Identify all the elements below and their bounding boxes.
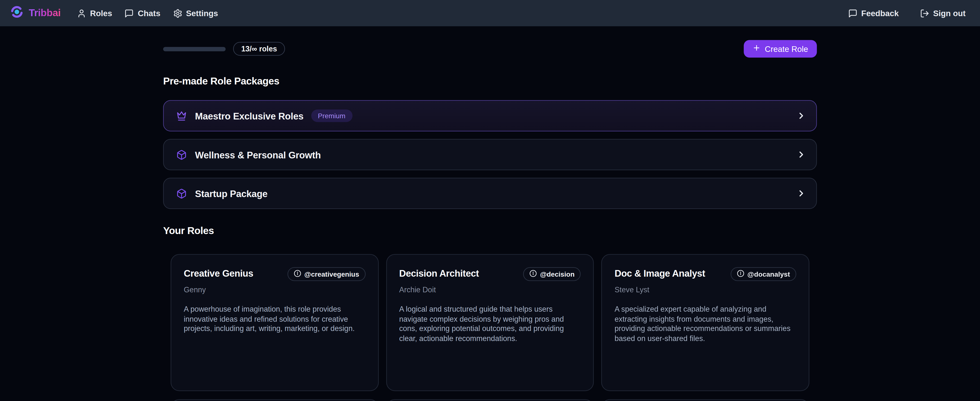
signout-label: Sign out: [933, 8, 966, 18]
package-row-maestro[interactable]: Maestro Exclusive Roles Premium: [163, 100, 817, 131]
chevron-right-icon: [796, 111, 806, 121]
package-icon: [176, 188, 187, 198]
roles-usage-header: 13/∞ roles Create Role: [163, 40, 817, 58]
role-subtitle: Genny: [184, 286, 365, 294]
main-content: 13/∞ roles Create Role Pre-made Role Pac…: [163, 26, 817, 401]
role-description: A powerhouse of imagination, this role p…: [184, 305, 365, 334]
role-handle: @docanalyst: [748, 270, 790, 278]
roles-usage-progressbar: [163, 46, 226, 51]
role-card[interactable]: [386, 399, 594, 401]
info-icon: [737, 270, 744, 279]
role-card[interactable]: [601, 399, 809, 401]
signout-button[interactable]: Sign out: [920, 8, 966, 18]
role-card-doc-image-analyst[interactable]: Doc & Image Analyst @docanalyst Steve Ly…: [601, 254, 809, 391]
tribbai-logo-icon: [10, 5, 24, 21]
role-title: Doc & Image Analyst: [615, 267, 730, 278]
role-cards-row-1: Creative Genius @creativegenius Genny A …: [171, 254, 809, 391]
crown-icon: [176, 110, 187, 121]
gear-icon: [173, 8, 182, 18]
package-title: Wellness & Personal Growth: [195, 149, 321, 160]
chat-icon: [125, 8, 134, 18]
package-row-wellness[interactable]: Wellness & Personal Growth: [163, 139, 817, 170]
nav-roles[interactable]: Roles: [77, 8, 112, 18]
role-handle-badge[interactable]: @docanalyst: [730, 267, 796, 281]
nav-roles-label: Roles: [90, 8, 112, 18]
package-title: Maestro Exclusive Roles: [195, 110, 304, 121]
app-window: Tribbai Roles Chats: [0, 0, 980, 401]
role-card-decision-architect[interactable]: Decision Architect @decision Archie Doit…: [386, 254, 594, 391]
role-handle: @decision: [540, 270, 574, 278]
role-card[interactable]: [171, 399, 379, 401]
chevron-right-icon: [796, 188, 806, 198]
role-subtitle: Steve Lyst: [615, 286, 796, 294]
card-header: Creative Genius @creativegenius: [184, 267, 365, 281]
plus-icon: [752, 44, 760, 54]
info-icon: [529, 270, 537, 279]
info-icon: [294, 270, 301, 279]
role-card-creative-genius[interactable]: Creative Genius @creativegenius Genny A …: [171, 254, 379, 391]
role-cards-area: Creative Genius @creativegenius Genny A …: [163, 254, 817, 401]
premium-badge: Premium: [311, 109, 352, 122]
topbar-right: Feedback Sign out: [848, 8, 966, 18]
role-subtitle: Archie Doit: [399, 286, 581, 294]
packages-section-title: Pre-made Role Packages: [163, 76, 817, 87]
feedback-icon: [848, 8, 858, 18]
package-icon: [176, 149, 187, 160]
package-title: Startup Package: [195, 188, 268, 198]
your-roles-section-title: Your Roles: [163, 225, 817, 236]
feedback-label: Feedback: [861, 8, 899, 18]
chevron-right-icon: [796, 150, 806, 160]
card-header: Doc & Image Analyst @docanalyst: [615, 267, 796, 281]
role-handle: @creativegenius: [304, 270, 359, 278]
create-role-label: Create Role: [765, 44, 808, 53]
role-cards-row-2: [171, 399, 809, 401]
role-title: Creative Genius: [184, 267, 287, 278]
card-header: Decision Architect @decision: [399, 267, 581, 281]
nav-chats[interactable]: Chats: [125, 8, 161, 18]
user-icon: [77, 8, 86, 18]
role-handle-badge[interactable]: @decision: [523, 267, 581, 281]
roles-quota-badge: 13/∞ roles: [233, 42, 285, 56]
role-title: Decision Architect: [399, 267, 523, 278]
role-description: A logical and structured guide that help…: [399, 305, 581, 344]
brand-name: Tribbai: [29, 8, 61, 19]
nav-settings[interactable]: Settings: [173, 8, 218, 18]
package-list: Maestro Exclusive Roles Premium Wellness…: [163, 100, 817, 209]
nav-settings-label: Settings: [186, 8, 218, 18]
feedback-button[interactable]: Feedback: [848, 8, 899, 18]
main-nav: Roles Chats Settings: [77, 8, 218, 18]
brand-logo[interactable]: Tribbai: [10, 5, 60, 21]
role-description: A specialized expert capable of analyzin…: [615, 305, 796, 344]
topbar: Tribbai Roles Chats: [0, 0, 980, 26]
nav-chats-label: Chats: [138, 8, 161, 18]
create-role-button[interactable]: Create Role: [743, 40, 817, 58]
package-row-startup[interactable]: Startup Package: [163, 178, 817, 209]
signout-icon: [920, 8, 929, 18]
role-handle-badge[interactable]: @creativegenius: [288, 267, 366, 281]
